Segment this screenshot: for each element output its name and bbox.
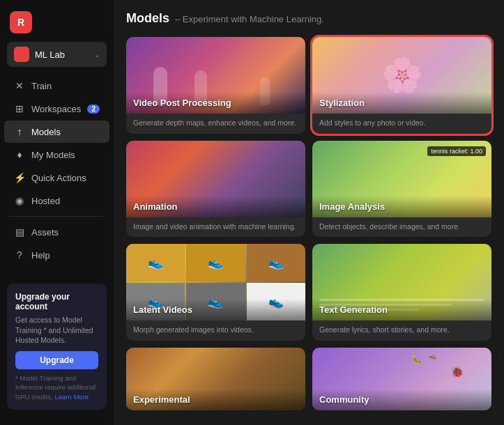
card-image: Video Post Processing [126, 37, 305, 114]
card-label-overlay: Community [312, 389, 491, 410]
card-image: Text Generation [312, 244, 491, 320]
model-card-community[interactable]: 🐛 🐞 🦗 Community [312, 348, 491, 410]
chevron-down-icon: ⌄ [94, 51, 100, 59]
card-label-overlay: Latent Videos [126, 299, 305, 320]
assets-icon: ▤ [14, 226, 25, 238]
card-label-overlay: Animation [126, 196, 305, 217]
sidebar-item-label: My Models [31, 150, 75, 160]
sidebar-item-label: Help [31, 250, 50, 261]
model-card-animation[interactable]: Animation Image and video animation with… [126, 141, 305, 238]
logo-icon: R [10, 11, 32, 33]
model-card-image-analysis[interactable]: tennis racket: 1.00 Image Analysis Detec… [312, 141, 491, 238]
upgrade-note: * Model Training and Inference require a… [15, 373, 98, 401]
upgrade-button[interactable]: Upgrade [15, 351, 98, 369]
shoe-cell: 👟 [126, 244, 185, 281]
sidebar: R ML Lab ⌄ ✕ Train ⊞ Workspaces 2 ↑ Mode… [0, 0, 114, 425]
card-description: Generate depth maps, enhance videos, and… [126, 114, 305, 134]
sidebar-item-train[interactable]: ✕ Train [4, 75, 109, 97]
workspaces-icon: ⊞ [14, 103, 25, 114]
sidebar-item-label: Workspaces [31, 104, 81, 114]
page-subtitle: – Experiment with Machine Learning. [175, 14, 324, 24]
help-icon: ? [14, 249, 25, 261]
sidebar-item-label: Hosted [31, 196, 60, 206]
card-title: Experimental [133, 394, 298, 405]
card-title: Text Generation [319, 304, 484, 315]
upgrade-description: Get access to Model Training * and Unlim… [15, 315, 98, 346]
card-title: Stylization [319, 98, 484, 108]
card-label-overlay: Text Generation [312, 299, 491, 320]
card-label-overlay: Experimental [126, 389, 305, 410]
page-title: Models [126, 11, 169, 26]
sidebar-item-quick-actions[interactable]: ⚡ Quick Actions [4, 167, 109, 189]
card-image: 🐛 🐞 🦗 Community [312, 348, 491, 410]
sidebar-item-assets[interactable]: ▤ Assets [4, 221, 109, 243]
shoe-cell: 👟 [186, 244, 245, 281]
card-image: Animation [126, 141, 305, 217]
sidebar-item-workspaces[interactable]: ⊞ Workspaces 2 [4, 98, 109, 120]
card-title: Image Analysis [319, 201, 484, 212]
sidebar-nav: ✕ Train ⊞ Workspaces 2 ↑ Models ♦ My Mod… [0, 74, 114, 267]
sidebar-item-label: Train [31, 81, 52, 91]
card-label-overlay: Image Analysis [312, 196, 491, 217]
my-models-icon: ♦ [14, 149, 25, 160]
card-label-overlay: Video Post Processing [126, 92, 305, 114]
card-label-overlay: Stylization [312, 92, 491, 114]
model-card-latent-videos[interactable]: 👟 👟 👟 👟 👟 👟 Latent Videos Morph generate… [126, 244, 305, 341]
workspace-selector[interactable]: ML Lab ⌄ [7, 42, 107, 67]
hosted-icon: ◉ [14, 195, 25, 206]
sidebar-item-hosted[interactable]: ◉ Hosted [4, 190, 109, 212]
sidebar-item-my-models[interactable]: ♦ My Models [4, 144, 109, 166]
bug-decoration-3: 🦗 [427, 351, 438, 361]
quick-actions-icon: ⚡ [14, 172, 25, 183]
card-description: Image and video animation with machine l… [126, 217, 305, 238]
card-title: Animation [133, 201, 298, 212]
sidebar-item-label: Models [31, 127, 61, 137]
card-description: Add styles to any photo or video. [312, 114, 491, 134]
bug-decoration-2: 🐞 [450, 365, 464, 378]
workspaces-badge: 2 [87, 105, 100, 114]
card-description: Detect objects, describe images, and mor… [312, 217, 491, 238]
card-description: Morph generated images into videos. [126, 320, 305, 341]
sidebar-item-help[interactable]: ? Help [4, 244, 109, 266]
card-title: Community [319, 394, 484, 405]
sidebar-item-models[interactable]: ↑ Models [4, 121, 109, 143]
card-title: Video Post Processing [133, 98, 298, 108]
card-image: tennis racket: 1.00 Image Analysis [312, 141, 491, 217]
sidebar-item-label: Quick Actions [31, 173, 86, 183]
model-card-stylization[interactable]: 🌸 Stylization Add styles to any photo or… [312, 37, 491, 134]
card-image: Experimental [126, 348, 305, 410]
card-image: 👟 👟 👟 👟 👟 👟 Latent Videos [126, 244, 305, 320]
model-card-video-post-processing[interactable]: Video Post Processing Generate depth map… [126, 37, 305, 134]
card-image: 🌸 Stylization [312, 37, 491, 114]
shoe-cell: 👟 [247, 244, 305, 281]
bug-decoration-1: 🐛 [411, 353, 422, 364]
detection-badge: tennis racket: 1.00 [427, 146, 486, 156]
upgrade-box: Upgrade your account Get access to Model… [7, 284, 107, 410]
model-card-experimental[interactable]: Experimental [126, 348, 305, 410]
card-title: Latent Videos [133, 304, 298, 315]
app-logo: R [0, 8, 114, 42]
models-icon: ↑ [14, 126, 25, 137]
models-grid: Video Post Processing Generate depth map… [126, 37, 491, 410]
learn-more-link[interactable]: Learn More [55, 393, 89, 401]
model-card-text-generation[interactable]: Text Generation Generate lyrics, short s… [312, 244, 491, 341]
upgrade-title: Upgrade your account [15, 292, 98, 311]
workspace-icon [14, 47, 29, 62]
sidebar-divider [10, 216, 104, 217]
workspace-name: ML Lab [35, 49, 89, 60]
page-header: Models – Experiment with Machine Learnin… [126, 11, 491, 26]
main-content: Models – Experiment with Machine Learnin… [114, 0, 504, 425]
train-icon: ✕ [14, 80, 25, 91]
card-description: Generate lyrics, short stories, and more… [312, 320, 491, 341]
sidebar-item-label: Assets [31, 227, 59, 238]
